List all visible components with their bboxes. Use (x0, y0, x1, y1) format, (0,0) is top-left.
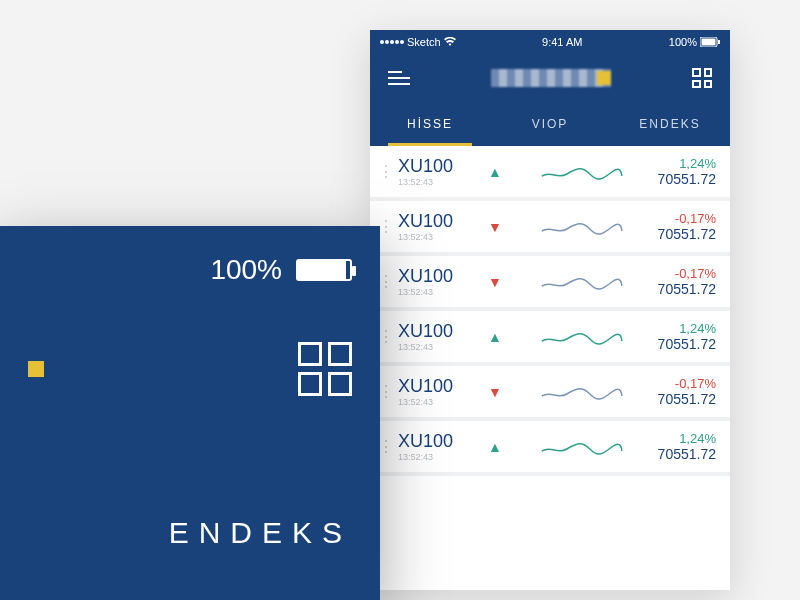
percent-change: 1,24% (658, 321, 716, 336)
app-logo (491, 69, 611, 87)
wifi-icon (444, 37, 456, 47)
symbol-time: 13:52:43 (398, 452, 474, 462)
battery-icon (700, 37, 720, 47)
battery-label: 100% (669, 36, 697, 48)
list-item[interactable]: ⋮ XU100 13:52:43 ▼ -0,17% 70551.72 (370, 256, 730, 311)
menu-icon[interactable] (388, 71, 410, 85)
symbol-name: XU100 (398, 431, 474, 452)
index-value: 70551.72 (658, 171, 716, 187)
index-value: 70551.72 (658, 446, 716, 462)
trend-down-icon: ▼ (484, 219, 506, 235)
drag-handle-icon[interactable]: ⋮ (378, 170, 388, 174)
symbol-time: 13:52:43 (398, 397, 474, 407)
percent-change: -0,17% (658, 266, 716, 281)
sparkline-icon (516, 215, 648, 239)
symbol-name: XU100 (398, 156, 474, 177)
symbol-time: 13:52:43 (398, 287, 474, 297)
sparkline-icon (516, 435, 648, 459)
clock-label: 9:41 AM (542, 36, 582, 48)
status-bar: Sketch 9:41 AM 100% (370, 30, 730, 54)
carrier-label: Sketch (407, 36, 441, 48)
tab-viop[interactable]: VIOP (490, 102, 610, 146)
svg-rect-1 (701, 39, 715, 46)
symbol-name: XU100 (398, 211, 474, 232)
sparkline-icon (516, 325, 648, 349)
zoom-battery-icon (296, 259, 352, 281)
zoom-tab-label: ENDEKS (28, 516, 352, 550)
percent-change: -0,17% (658, 376, 716, 391)
index-value: 70551.72 (658, 281, 716, 297)
nav-bar (370, 54, 730, 102)
index-value: 70551.72 (658, 226, 716, 242)
signal-dots-icon (380, 40, 404, 44)
symbol-name: XU100 (398, 266, 474, 287)
list-item[interactable]: ⋮ XU100 13:52:43 ▼ -0,17% 70551.72 (370, 201, 730, 256)
grid-view-icon[interactable] (692, 68, 712, 88)
symbol-time: 13:52:43 (398, 232, 474, 242)
list-item[interactable]: ⋮ XU100 13:52:43 ▲ 1,24% 70551.72 (370, 146, 730, 201)
symbol-list: ⋮ XU100 13:52:43 ▲ 1,24% 70551.72 ⋮ XU10… (370, 146, 730, 476)
trend-up-icon: ▲ (484, 164, 506, 180)
percent-change: 1,24% (658, 156, 716, 171)
zoom-grid-icon[interactable] (298, 342, 352, 396)
trend-down-icon: ▼ (484, 384, 506, 400)
tab-endeks[interactable]: ENDEKS (610, 102, 730, 146)
trend-down-icon: ▼ (484, 274, 506, 290)
svg-rect-2 (718, 40, 720, 44)
tab-bar: HİSSE VIOP ENDEKS (370, 102, 730, 146)
percent-change: -0,17% (658, 211, 716, 226)
percent-change: 1,24% (658, 431, 716, 446)
symbol-name: XU100 (398, 376, 474, 397)
index-value: 70551.72 (658, 336, 716, 352)
trend-up-icon: ▲ (484, 329, 506, 345)
zoom-panel: 100% ENDEKS (0, 226, 380, 600)
symbol-time: 13:52:43 (398, 177, 474, 187)
list-item[interactable]: ⋮ XU100 13:52:43 ▲ 1,24% 70551.72 (370, 421, 730, 476)
sparkline-icon (516, 380, 648, 404)
list-item[interactable]: ⋮ XU100 13:52:43 ▲ 1,24% 70551.72 (370, 311, 730, 366)
zoom-battery-label: 100% (210, 254, 282, 286)
list-item[interactable]: ⋮ XU100 13:52:43 ▼ -0,17% 70551.72 (370, 366, 730, 421)
symbol-name: XU100 (398, 321, 474, 342)
symbol-time: 13:52:43 (398, 342, 474, 352)
index-value: 70551.72 (658, 391, 716, 407)
trend-up-icon: ▲ (484, 439, 506, 455)
sparkline-icon (516, 160, 648, 184)
tab-hisse[interactable]: HİSSE (370, 102, 490, 146)
sparkline-icon (516, 270, 648, 294)
zoom-accent-square (28, 361, 44, 377)
phone-frame: Sketch 9:41 AM 100% HİSSE VIOP ENDEKS ⋮ … (370, 30, 730, 590)
